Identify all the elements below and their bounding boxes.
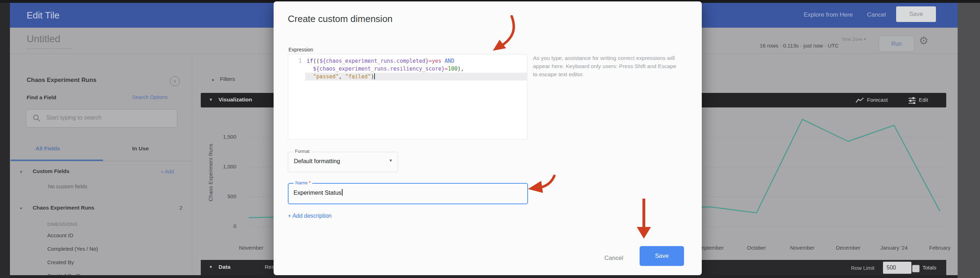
totals-label: Totals (923, 265, 936, 270)
field-item[interactable]: Completed (Yes / No) (47, 242, 182, 256)
field-item[interactable]: Account ID (47, 229, 182, 242)
dialog-cancel-button[interactable]: Cancel (593, 250, 634, 267)
expression-code-editor[interactable]: 1if((${chaos_experiment_runs.completed}=… (288, 54, 527, 140)
explore-from-here-link[interactable]: Explore from Here (804, 11, 853, 19)
y-tick-label: 1,500 (199, 134, 236, 140)
dialog-title: Create custom dimension (288, 13, 393, 24)
edit-viz-button[interactable]: Edit (919, 97, 928, 103)
run-button[interactable]: Run (879, 36, 914, 52)
tab-in-use[interactable]: In Use (132, 145, 149, 152)
chart-y-axis-label: Chaos Experiment Runs (207, 116, 213, 229)
letterbox-bottom (10, 275, 958, 278)
gear-icon[interactable]: ⚙ (919, 35, 929, 46)
line-number (288, 73, 305, 81)
code-text: ${chaos_experiment_runs.resiliency_score… (305, 65, 527, 73)
x-tick-label: December (821, 245, 875, 251)
x-tick-label: October (730, 245, 783, 251)
collapse-sidebar-icon[interactable]: ‹ (170, 76, 180, 86)
format-value: Default formatting (294, 158, 340, 164)
sidebar-divider (192, 54, 192, 275)
header-save-button[interactable]: Save (896, 6, 936, 22)
code-line: ${chaos_experiment_runs.resiliency_score… (288, 65, 527, 73)
chevron-down-icon: ▾ (20, 169, 22, 174)
x-tick-label: November (224, 245, 278, 251)
edit-sliders-icon (908, 97, 916, 104)
y-tick-label: 500 (199, 193, 236, 199)
y-tick-label: 1,000 (199, 163, 236, 169)
filters-section-header[interactable]: Filters (220, 76, 235, 82)
view-section[interactable]: Chaos Experiment Runs (33, 205, 94, 211)
expression-help-text: As you type, assistance for writing corr… (533, 54, 682, 78)
tab-hairline (10, 161, 192, 161)
tile-title-input[interactable]: Untitled (27, 33, 60, 45)
add-description-link[interactable]: + Add description (288, 213, 331, 219)
forecast-button[interactable]: Forecast (867, 97, 888, 103)
view-field-count: 2 (180, 205, 182, 211)
custom-fields-section[interactable]: Custom Fields (33, 168, 69, 174)
forecast-icon (856, 98, 864, 103)
tab-results[interactable]: Res (265, 264, 274, 270)
letterbox-left (0, 3, 10, 278)
format-label: Format (293, 148, 311, 154)
search-options-link[interactable]: Search Options (132, 94, 168, 100)
code-text: "passed", "failed") (305, 73, 527, 81)
data-label: Data (218, 264, 231, 270)
dimension-field-list: Account IDCompleted (Yes / No)Created By… (47, 229, 182, 278)
create-custom-dimension-dialog: Create custom dimension Expression 1if((… (274, 2, 702, 275)
explore-title: Chaos Experiment Runs (27, 77, 97, 84)
y-tick-label: 0 (199, 223, 236, 229)
timezone-selector[interactable]: Time Zone ▾ (842, 36, 866, 42)
visualization-label: Visualization (218, 96, 252, 103)
chevron-down-icon: ▾ (210, 97, 212, 102)
query-stats: 16 rows · 0.113s · just now · UTC (760, 43, 838, 49)
field-item[interactable]: Created By (47, 256, 182, 269)
find-a-field-label: Find a Field (27, 94, 56, 100)
line-number (288, 65, 305, 73)
chevron-down-icon: ▾ (210, 264, 212, 270)
tab-all-fields[interactable]: All Fields (35, 145, 60, 152)
name-value: Experiment Status (293, 189, 342, 196)
code-line: "passed", "failed") (288, 73, 527, 81)
text-cursor (342, 189, 342, 196)
add-custom-field-link[interactable]: + Add (161, 169, 174, 174)
search-icon (33, 114, 40, 122)
dropdown-caret-icon: ▾ (390, 158, 392, 163)
tile-title-underline (27, 48, 72, 49)
line-number: 1 (288, 57, 305, 65)
x-tick-label: November (776, 245, 829, 251)
header-cancel-button[interactable]: Cancel (867, 11, 886, 19)
row-limit-label: Row Limit (851, 265, 875, 271)
letterbox-right (958, 3, 980, 278)
window-title: Edit Tile (27, 10, 60, 21)
required-asterisk: * (309, 180, 310, 185)
code-line: 1if((${chaos_experiment_runs.completed}=… (288, 57, 527, 65)
screen: Chaos Experiment Runs 05001,0001,500 Nov… (0, 0, 980, 278)
chevron-down-icon: ▾ (20, 206, 22, 211)
row-limit-input[interactable] (883, 262, 912, 274)
name-field[interactable]: Name * Experiment Status (288, 183, 528, 204)
search-placeholder: Start typing to search (46, 114, 102, 121)
dimensions-group-label: DIMENSIONS (47, 222, 78, 227)
dialog-save-button[interactable]: Save (640, 246, 684, 266)
filters-disclosure-icon: ▸ (212, 77, 215, 82)
code-cursor (374, 73, 375, 79)
x-tick-label: January '24 (867, 245, 921, 251)
format-select[interactable]: Format Default formatting ▾ (288, 152, 398, 172)
expression-label: Expression (288, 47, 313, 52)
totals-checkbox[interactable] (912, 265, 920, 272)
code-text: if((${chaos_experiment_runs.completed}=y… (305, 57, 527, 65)
no-custom-fields-text: No custom fields (48, 183, 88, 190)
name-label: Name * (293, 180, 312, 185)
